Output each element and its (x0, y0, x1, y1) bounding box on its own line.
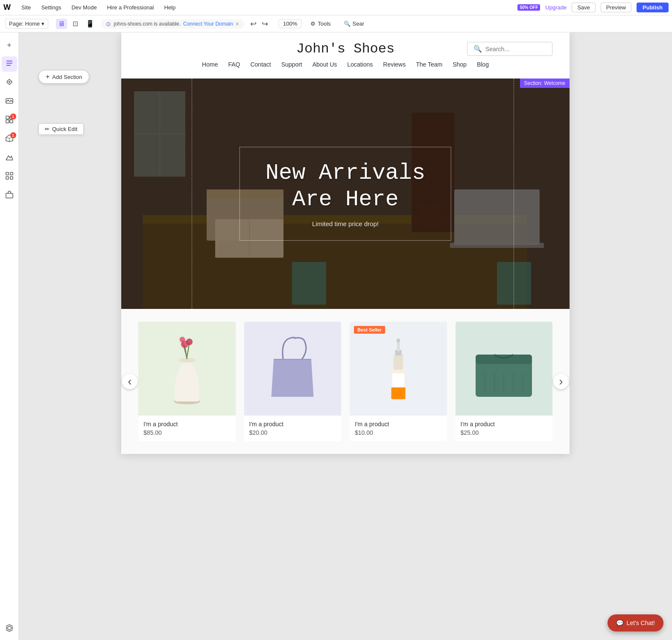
hire-menu-item[interactable]: Hire a Professional (105, 3, 157, 12)
product-name: I'm a product (355, 421, 442, 428)
website-frame: John's Shoes 🔍 Home FAQ Contact Support … (121, 32, 570, 454)
upgrade-button[interactable]: Upgrade (545, 4, 567, 11)
svg-rect-2 (6, 65, 11, 66)
product-card: I'm a product $85.00 (138, 322, 236, 441)
svg-rect-22 (6, 177, 9, 179)
nav-faq[interactable]: FAQ (228, 61, 240, 68)
page-selector[interactable]: Page: Home ▾ (5, 19, 48, 29)
carousel-next-button[interactable]: › (553, 374, 569, 389)
domain-bar: ⊙ johns-shoes.com is available. Connect … (101, 19, 244, 29)
tablet-icon[interactable]: ⊡ (70, 18, 80, 29)
section-badge: Section: Welcome (520, 79, 570, 88)
chevron-down-icon: ▾ (41, 20, 44, 27)
nav-blog[interactable]: Blog (477, 61, 489, 68)
quick-edit-button[interactable]: ✏ Quick Edit (38, 123, 84, 135)
tools-button[interactable]: ⚙ Tools (306, 19, 335, 28)
nav-home[interactable]: Home (202, 61, 218, 68)
svg-rect-1 (6, 63, 12, 64)
products-grid: I'm a product $85.00 (138, 322, 552, 441)
desktop-icon[interactable]: 🖥 (56, 19, 67, 29)
sidebar-blocks-icon[interactable]: 1 (2, 131, 17, 147)
chat-label: Let's Chat! (627, 620, 655, 626)
product-price: $25.00 (461, 429, 548, 436)
sidebar-media-icon[interactable] (2, 94, 17, 109)
hero-subtitle: Limited time price drop! (266, 220, 425, 227)
hero-section: New Arrivals Are Here Limited time price… (121, 79, 570, 309)
hero-title-line2: Are Here (292, 187, 399, 212)
product-price: $20.00 (249, 429, 336, 436)
undo-button[interactable]: ↩ (248, 18, 258, 29)
sidebar-blog-icon[interactable] (2, 188, 17, 203)
svg-point-50 (179, 337, 185, 342)
nav-reviews[interactable]: Reviews (383, 61, 406, 68)
svg-rect-60 (476, 355, 532, 364)
search-icon: 🔍 (344, 20, 351, 27)
sidebar-settings-icon[interactable] (2, 621, 17, 637)
layers-icon (5, 624, 14, 634)
nav-contact[interactable]: Contact (250, 61, 271, 68)
hero-guide-right (514, 79, 514, 309)
nav-shop[interactable]: Shop (453, 61, 467, 68)
sidebar-store-icon[interactable] (2, 169, 17, 184)
redo-button[interactable]: ↪ (260, 18, 270, 29)
grid-icon (5, 172, 14, 182)
product-image-3: Best Seller (350, 322, 447, 416)
preview-button[interactable]: Preview (601, 3, 631, 12)
discount-badge: 50% OFF (517, 4, 540, 11)
search-button[interactable]: 🔍 Sear (339, 19, 368, 28)
sidebar-add-icon[interactable]: + (2, 38, 17, 53)
site-search-box[interactable]: 🔍 (467, 42, 552, 56)
svg-rect-0 (6, 61, 12, 61)
tools-label: Tools (318, 20, 330, 27)
second-bar: Page: Home ▾ 🖥 ⊡ 📱 ⊙ johns-shoes.com is … (0, 15, 672, 32)
canvas-area: + Add Section ✏ Quick Edit John's Shoes … (19, 32, 672, 640)
products-section: ‹ (121, 309, 570, 454)
product-name: I'm a product (143, 421, 231, 428)
save-button[interactable]: Save (572, 3, 596, 12)
svg-rect-58 (391, 387, 405, 399)
carousel-prev-button[interactable]: ‹ (122, 374, 137, 389)
add-section-label: Add Section (52, 74, 82, 80)
product-name: I'm a product (461, 421, 548, 428)
svg-point-4 (9, 81, 10, 83)
site-menu-item[interactable]: Site (19, 3, 33, 12)
nav-support[interactable]: Support (281, 61, 302, 68)
svg-rect-14 (10, 120, 13, 123)
chat-button[interactable]: 💬 Let's Chat! (608, 614, 664, 631)
product-card: I'm a product $25.00 (456, 322, 553, 441)
publish-button[interactable]: Publish (637, 3, 669, 12)
hero-title-line1: New Arrivals (266, 160, 425, 186)
devmode-menu-item[interactable]: Dev Mode (69, 3, 99, 12)
connect-domain-link[interactable]: Connect Your Domain (183, 21, 233, 27)
nav-the-team[interactable]: The Team (416, 61, 442, 68)
settings-menu-item[interactable]: Settings (38, 3, 64, 12)
product-image-1 (138, 322, 236, 416)
sidebar-elements-icon[interactable]: 1 (2, 113, 17, 128)
svg-point-49 (186, 339, 193, 345)
svg-rect-13 (6, 120, 9, 123)
domain-dot-icon: ⊙ (106, 20, 111, 27)
left-sidebar: + (0, 32, 19, 640)
sidebar-pages-icon[interactable] (2, 56, 17, 72)
briefcase-icon (5, 190, 14, 201)
nav-about[interactable]: About Us (313, 61, 337, 68)
svg-line-16 (6, 137, 9, 138)
product-image-2 (244, 322, 342, 416)
mobile-icon[interactable]: 📱 (84, 18, 96, 29)
zoom-control[interactable]: 100% (278, 19, 302, 28)
sidebar-portfolio-icon[interactable] (2, 150, 17, 166)
add-section-button[interactable]: + Add Section (38, 70, 89, 84)
site-search-input[interactable] (485, 46, 545, 52)
nav-locations[interactable]: Locations (347, 61, 373, 68)
search-label: Sear (353, 20, 364, 27)
domain-text: johns-shoes.com is available. (114, 21, 181, 27)
sidebar-apps-icon[interactable] (2, 75, 17, 90)
pages-icon (5, 59, 14, 70)
search-box-icon: 🔍 (473, 45, 482, 53)
product-name: I'm a product (249, 421, 336, 428)
product-price: $10.00 (355, 429, 442, 436)
help-menu-item[interactable]: Help (161, 3, 178, 12)
close-domain-icon[interactable]: × (236, 20, 239, 27)
top-bar: W Site Settings Dev Mode Hire a Professi… (0, 0, 672, 15)
tools-icon: ⚙ (310, 20, 316, 27)
